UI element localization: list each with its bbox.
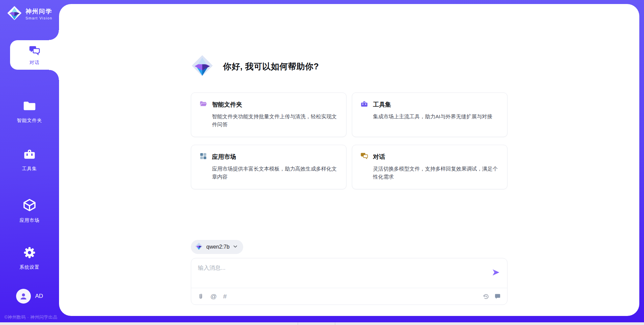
- hashtag-icon[interactable]: #: [223, 293, 227, 300]
- cube-icon: [22, 198, 37, 214]
- toolbox-icon: [360, 100, 368, 109]
- sidebar-item-toolset[interactable]: 工具集: [0, 147, 59, 172]
- brand-diamond-icon: [7, 5, 22, 22]
- card-title: 应用市场: [212, 153, 236, 161]
- sidebar-item-label: 智能文件夹: [17, 118, 42, 124]
- folder-icon: [23, 99, 36, 114]
- feature-cards: 智能文件夹 智能文件夹功能支持批量文件上传与清洗，轻松实现文件问答 工具集: [191, 92, 507, 189]
- card-description: 应用市场提供丰富长文本模板，助力高效生成多样化文章内容: [212, 165, 338, 181]
- brand-diamond-icon: [191, 54, 214, 78]
- greeting-row: 你好, 我可以如何帮助你?: [191, 54, 319, 78]
- comment-icon[interactable]: [494, 293, 501, 300]
- chat-bubbles-icon: [29, 45, 41, 58]
- user-name: AD: [35, 293, 43, 300]
- sidebar-item-label: 对话: [30, 60, 40, 66]
- gear-icon: [23, 246, 36, 261]
- card-description: 灵活切换多模型文件，支持多样回复效果调试，满足个性化需求: [373, 165, 499, 181]
- main-content: 你好, 我可以如何帮助你? 智能文件夹 智能文件夹功能支持批量文件上传与清洗，轻…: [59, 4, 639, 316]
- card-description: 集成市场上主流工具，助力AI与外界无缝扩展与对接: [373, 113, 499, 121]
- sidebar-item-app-market[interactable]: 应用市场: [0, 198, 59, 223]
- card-title: 工具集: [373, 101, 391, 109]
- chat-bubbles-icon: [360, 152, 368, 161]
- card-title: 智能文件夹: [212, 101, 242, 109]
- card-app-market[interactable]: 应用市场 应用市场提供丰富长文本模板，助力高效生成多样化文章内容: [191, 145, 346, 189]
- history-icon[interactable]: [483, 293, 489, 300]
- card-description: 智能文件夹功能支持批量文件上传与清洗，轻松实现文件问答: [212, 113, 338, 129]
- send-icon[interactable]: [491, 268, 500, 277]
- app-grid-icon: [199, 152, 207, 161]
- sidebar-item-chat[interactable]: 对话: [10, 40, 59, 70]
- card-smart-folder[interactable]: 智能文件夹 智能文件夹功能支持批量文件上传与清洗，轻松实现文件问答: [191, 92, 346, 137]
- model-selector[interactable]: qwen2:7b: [191, 240, 243, 254]
- chevron-down-icon: [233, 244, 238, 250]
- card-toolset[interactable]: 工具集 集成市场上主流工具，助力AI与外界无缝扩展与对接: [352, 92, 507, 137]
- copyright: ©神州数码 · 神州问学出品: [4, 314, 57, 320]
- greeting-title: 你好, 我可以如何帮助你?: [223, 61, 319, 72]
- toolbox-icon: [23, 147, 36, 162]
- sidebar-item-label: 工具集: [22, 166, 37, 172]
- paperclip-icon[interactable]: [198, 293, 204, 300]
- model-name: qwen2:7b: [206, 244, 229, 250]
- brand-subtitle: Smart Vision: [25, 16, 52, 20]
- message-input[interactable]: [198, 264, 479, 283]
- mention-icon[interactable]: @: [210, 293, 217, 300]
- sidebar-item-label: 应用市场: [19, 217, 40, 223]
- brand-title: 神州问学: [25, 7, 52, 15]
- sidebar-item-smart-folder[interactable]: 智能文件夹: [0, 99, 59, 124]
- sidebar: 神州问学 Smart Vision 对话 智能文件夹: [0, 0, 59, 325]
- user-profile[interactable]: AD: [0, 289, 59, 304]
- composer-toolbar: @ #: [191, 288, 507, 305]
- avatar: [16, 289, 31, 304]
- card-title: 对话: [373, 153, 385, 161]
- card-chat[interactable]: 对话 灵活切换多模型文件，支持多样回复效果调试，满足个性化需求: [352, 145, 507, 189]
- brand-logo: 神州问学 Smart Vision: [7, 5, 52, 22]
- folder-open-icon: [199, 100, 207, 109]
- sidebar-item-label: 系统设置: [19, 264, 40, 270]
- sidebar-item-settings[interactable]: 系统设置: [0, 246, 59, 270]
- brand-diamond-icon: [195, 242, 203, 252]
- window-bottom-strip: [0, 322, 644, 325]
- message-composer: @ #: [191, 258, 507, 305]
